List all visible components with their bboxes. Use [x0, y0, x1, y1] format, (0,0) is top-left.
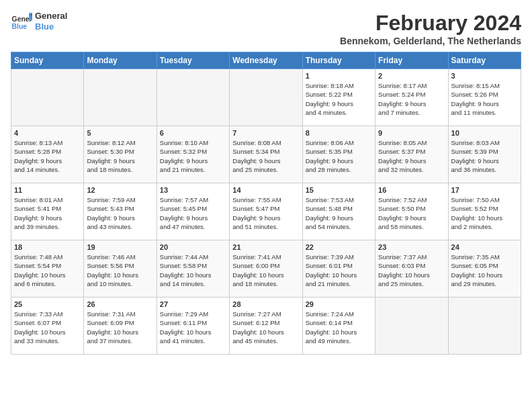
day-number: 20	[160, 243, 226, 251]
svg-text:Blue: Blue	[12, 23, 28, 30]
day-info: Sunrise: 8:12 AM Sunset: 5:30 PM Dayligh…	[87, 138, 153, 174]
page-header: General Blue General Blue February 2024 …	[11, 11, 521, 46]
day-number: 13	[160, 186, 226, 194]
day-number: 4	[14, 129, 81, 137]
day-info: Sunrise: 7:53 AM Sunset: 5:48 PM Dayligh…	[306, 195, 372, 231]
day-info: Sunrise: 8:13 AM Sunset: 5:28 PM Dayligh…	[14, 138, 81, 174]
calendar-cell: 13Sunrise: 7:57 AM Sunset: 5:45 PM Dayli…	[157, 183, 229, 240]
calendar-cell: 19Sunrise: 7:46 AM Sunset: 5:56 PM Dayli…	[84, 240, 157, 298]
day-info: Sunrise: 7:24 AM Sunset: 6:14 PM Dayligh…	[306, 310, 372, 345]
day-info: Sunrise: 7:35 AM Sunset: 6:05 PM Dayligh…	[451, 253, 518, 288]
calendar-cell: 21Sunrise: 7:41 AM Sunset: 6:00 PM Dayli…	[230, 240, 302, 298]
day-info: Sunrise: 7:59 AM Sunset: 5:43 PM Dayligh…	[87, 195, 153, 231]
day-info: Sunrise: 8:15 AM Sunset: 5:26 PM Dayligh…	[451, 81, 518, 117]
calendar-cell: 12Sunrise: 7:59 AM Sunset: 5:43 PM Dayli…	[84, 183, 157, 240]
day-number: 2	[378, 72, 445, 80]
calendar-cell	[84, 69, 157, 126]
day-number: 23	[378, 243, 445, 251]
day-number: 6	[160, 129, 226, 137]
calendar-cell: 29Sunrise: 7:24 AM Sunset: 6:14 PM Dayli…	[302, 298, 375, 355]
calendar-week-3: 11Sunrise: 8:01 AM Sunset: 5:41 PM Dayli…	[11, 183, 521, 240]
day-number: 5	[87, 129, 153, 137]
weekday-header-sunday: Sunday	[11, 52, 84, 69]
day-number: 3	[451, 72, 518, 80]
day-info: Sunrise: 7:27 AM Sunset: 6:12 PM Dayligh…	[232, 310, 299, 345]
day-info: Sunrise: 8:18 AM Sunset: 5:22 PM Dayligh…	[306, 81, 372, 117]
calendar-cell: 1Sunrise: 8:18 AM Sunset: 5:22 PM Daylig…	[302, 69, 375, 126]
day-number: 14	[232, 186, 299, 194]
calendar-cell	[375, 298, 448, 355]
day-number: 24	[451, 243, 518, 251]
day-info: Sunrise: 8:03 AM Sunset: 5:39 PM Dayligh…	[451, 138, 518, 174]
day-number: 7	[232, 129, 299, 137]
day-number: 25	[14, 300, 81, 308]
calendar-cell: 2Sunrise: 8:17 AM Sunset: 5:24 PM Daylig…	[375, 69, 448, 126]
day-number: 10	[451, 129, 518, 137]
day-number: 26	[87, 300, 153, 308]
day-info: Sunrise: 7:33 AM Sunset: 6:07 PM Dayligh…	[14, 310, 81, 345]
calendar-cell: 24Sunrise: 7:35 AM Sunset: 6:05 PM Dayli…	[448, 240, 521, 298]
calendar-cell: 26Sunrise: 7:31 AM Sunset: 6:09 PM Dayli…	[84, 298, 157, 355]
day-number: 29	[306, 300, 372, 308]
calendar-week-2: 4Sunrise: 8:13 AM Sunset: 5:28 PM Daylig…	[11, 126, 521, 183]
day-info: Sunrise: 7:57 AM Sunset: 5:45 PM Dayligh…	[160, 195, 226, 231]
weekday-header-friday: Friday	[375, 52, 448, 69]
day-info: Sunrise: 7:52 AM Sunset: 5:50 PM Dayligh…	[378, 195, 445, 231]
day-info: Sunrise: 7:29 AM Sunset: 6:11 PM Dayligh…	[160, 310, 226, 345]
day-info: Sunrise: 7:41 AM Sunset: 6:00 PM Dayligh…	[232, 253, 299, 288]
day-number: 18	[14, 243, 81, 251]
location: Bennekom, Gelderland, The Netherlands	[340, 36, 521, 46]
calendar-cell: 7Sunrise: 8:08 AM Sunset: 5:34 PM Daylig…	[230, 126, 302, 183]
calendar-cell: 22Sunrise: 7:39 AM Sunset: 6:01 PM Dayli…	[302, 240, 375, 298]
day-number: 22	[306, 243, 372, 251]
day-info: Sunrise: 8:01 AM Sunset: 5:41 PM Dayligh…	[14, 195, 81, 231]
day-number: 1	[306, 72, 372, 80]
calendar-cell: 8Sunrise: 8:06 AM Sunset: 5:35 PM Daylig…	[302, 126, 375, 183]
day-number: 21	[232, 243, 299, 251]
day-number: 11	[14, 186, 81, 194]
calendar-cell: 14Sunrise: 7:55 AM Sunset: 5:47 PM Dayli…	[230, 183, 302, 240]
day-number: 19	[87, 243, 153, 251]
weekday-header-tuesday: Tuesday	[157, 52, 229, 69]
calendar-cell: 17Sunrise: 7:50 AM Sunset: 5:52 PM Dayli…	[448, 183, 521, 240]
day-info: Sunrise: 8:10 AM Sunset: 5:32 PM Dayligh…	[160, 138, 226, 174]
month-year: February 2024	[340, 11, 521, 36]
day-info: Sunrise: 7:31 AM Sunset: 6:09 PM Dayligh…	[87, 310, 153, 345]
day-number: 27	[160, 300, 226, 308]
title-area: February 2024 Bennekom, Gelderland, The …	[340, 11, 521, 46]
day-info: Sunrise: 8:06 AM Sunset: 5:35 PM Dayligh…	[306, 138, 372, 174]
calendar-week-4: 18Sunrise: 7:48 AM Sunset: 5:54 PM Dayli…	[11, 240, 521, 298]
calendar: SundayMondayTuesdayWednesdayThursdayFrid…	[11, 52, 521, 355]
calendar-cell: 15Sunrise: 7:53 AM Sunset: 5:48 PM Dayli…	[302, 183, 375, 240]
day-info: Sunrise: 7:39 AM Sunset: 6:01 PM Dayligh…	[306, 253, 372, 288]
day-number: 28	[232, 300, 299, 308]
day-info: Sunrise: 8:17 AM Sunset: 5:24 PM Dayligh…	[378, 81, 445, 117]
calendar-body: 1Sunrise: 8:18 AM Sunset: 5:22 PM Daylig…	[11, 69, 521, 355]
day-info: Sunrise: 7:48 AM Sunset: 5:54 PM Dayligh…	[14, 253, 81, 288]
logo-icon: General Blue	[11, 11, 32, 32]
day-info: Sunrise: 7:46 AM Sunset: 5:56 PM Dayligh…	[87, 253, 153, 288]
weekday-header-monday: Monday	[84, 52, 157, 69]
calendar-cell: 25Sunrise: 7:33 AM Sunset: 6:07 PM Dayli…	[11, 298, 84, 355]
day-info: Sunrise: 7:55 AM Sunset: 5:47 PM Dayligh…	[232, 195, 299, 231]
calendar-cell	[157, 69, 229, 126]
day-info: Sunrise: 7:50 AM Sunset: 5:52 PM Dayligh…	[451, 195, 518, 231]
day-number: 15	[306, 186, 372, 194]
day-info: Sunrise: 8:05 AM Sunset: 5:37 PM Dayligh…	[378, 138, 445, 174]
calendar-cell: 16Sunrise: 7:52 AM Sunset: 5:50 PM Dayli…	[375, 183, 448, 240]
calendar-week-5: 25Sunrise: 7:33 AM Sunset: 6:07 PM Dayli…	[11, 298, 521, 355]
calendar-cell	[230, 69, 302, 126]
calendar-cell: 20Sunrise: 7:44 AM Sunset: 5:58 PM Dayli…	[157, 240, 229, 298]
day-number: 12	[87, 186, 153, 194]
calendar-cell: 5Sunrise: 8:12 AM Sunset: 5:30 PM Daylig…	[84, 126, 157, 183]
day-number: 8	[306, 129, 372, 137]
logo-line1: General	[35, 11, 67, 21]
weekday-header-thursday: Thursday	[302, 52, 375, 69]
calendar-cell	[448, 298, 521, 355]
calendar-cell: 4Sunrise: 8:13 AM Sunset: 5:28 PM Daylig…	[11, 126, 84, 183]
calendar-cell	[11, 69, 84, 126]
day-number: 17	[451, 186, 518, 194]
weekday-header-saturday: Saturday	[448, 52, 521, 69]
day-info: Sunrise: 8:08 AM Sunset: 5:34 PM Dayligh…	[232, 138, 299, 174]
calendar-cell: 28Sunrise: 7:27 AM Sunset: 6:12 PM Dayli…	[230, 298, 302, 355]
